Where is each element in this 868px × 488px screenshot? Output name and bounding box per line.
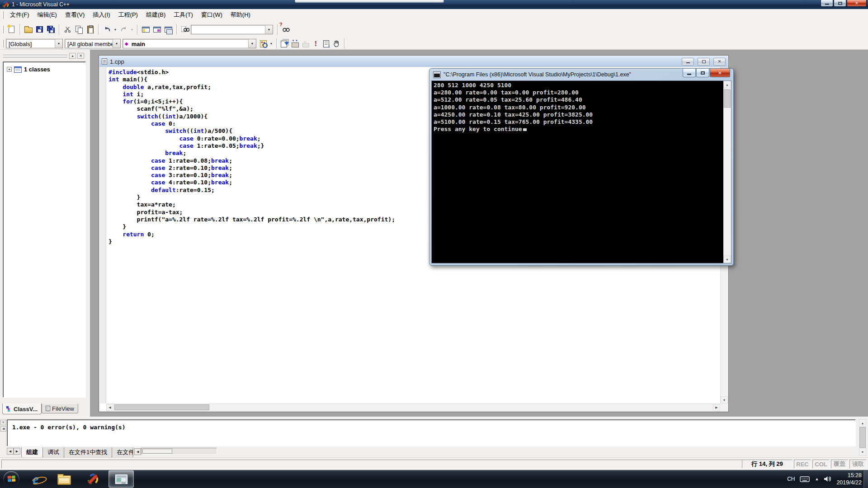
editor-horizontal-scrollbar[interactable]: ◀ ▶: [106, 404, 720, 411]
editor-title-bar[interactable]: 1.cpp ✕: [99, 56, 728, 67]
menu-item[interactable]: 插入(I): [89, 9, 114, 21]
editor-minimize-button[interactable]: [682, 58, 694, 66]
scroll-down-button[interactable]: ▼: [721, 396, 728, 404]
function-combo-value[interactable]: main: [129, 39, 248, 48]
minimize-button[interactable]: [821, 0, 833, 7]
open-button[interactable]: [23, 23, 34, 35]
menu-item[interactable]: 窗口(W): [197, 9, 226, 21]
find-combo-dropdown[interactable]: ▼: [265, 25, 273, 34]
wizard-dropdown[interactable]: ▼: [269, 39, 274, 49]
output-dock-button[interactable]: ◀: [0, 426, 6, 432]
console-maximize-button[interactable]: [696, 69, 709, 77]
copy-button[interactable]: [73, 23, 85, 35]
toolbar-grip[interactable]: [2, 40, 4, 47]
undo-dropdown[interactable]: ▼: [113, 24, 118, 34]
output-vertical-scrollbar[interactable]: ▲ ▼: [859, 419, 866, 455]
tab-classview[interactable]: ClassV...: [2, 404, 42, 414]
scrollbar-track[interactable]: [141, 448, 217, 455]
scrollbar-thumb[interactable]: [142, 449, 172, 454]
output-close-button[interactable]: ✕: [0, 420, 6, 425]
menu-item[interactable]: 工具(T): [170, 9, 197, 21]
show-desktop-button[interactable]: [863, 470, 868, 488]
wizard-action-button[interactable]: [258, 39, 269, 49]
scope-combo-dropdown[interactable]: ▼: [55, 39, 62, 48]
menu-item[interactable]: 查看(V): [61, 9, 89, 21]
paste-button[interactable]: [85, 23, 96, 35]
members-combo-value[interactable]: [All global members]: [65, 39, 113, 48]
scroll-left-button[interactable]: ◀: [134, 448, 141, 455]
window-list-button[interactable]: [163, 23, 174, 35]
cut-button[interactable]: [62, 23, 73, 35]
tab-fileview[interactable]: FileView: [42, 404, 78, 413]
scrollbar-thumb[interactable]: [724, 89, 731, 108]
function-combo[interactable]: ◆ main ▼: [123, 39, 256, 48]
output-tab-1[interactable]: 组建: [21, 447, 43, 458]
tabs-scroll-right-button[interactable]: ▶: [14, 448, 20, 455]
output-pane-toggle[interactable]: [151, 23, 163, 35]
selection-margin[interactable]: [100, 67, 106, 404]
find-in-files-button[interactable]: [179, 23, 191, 35]
editor-close-button[interactable]: ✕: [713, 58, 726, 66]
scrollbar-thumb[interactable]: [114, 404, 209, 410]
execute-button[interactable]: !: [311, 39, 321, 49]
output-horizontal-scrollbar[interactable]: ◀: [134, 448, 217, 455]
menu-item[interactable]: 工程(P): [114, 9, 142, 21]
console-title-bar[interactable]: "C:\Program Files (x86)\Microsoft Visual…: [429, 69, 733, 80]
scroll-left-button[interactable]: ◀: [106, 404, 113, 411]
undo-button[interactable]: [101, 23, 113, 35]
toolbar-grip[interactable]: [2, 11, 4, 19]
scroll-down-button[interactable]: ▼: [723, 256, 731, 263]
console-close-button[interactable]: ✕: [710, 69, 730, 77]
keyboard-icon[interactable]: [800, 476, 810, 482]
scroll-down-button[interactable]: ▼: [859, 448, 866, 455]
tray-expand-icon[interactable]: ▲: [815, 477, 819, 481]
redo-dropdown[interactable]: ▼: [129, 24, 135, 34]
taskbar-item-visual-cpp[interactable]: [80, 470, 105, 488]
scroll-up-button[interactable]: ▲: [723, 81, 731, 88]
clock[interactable]: 15:28 2019/4/22: [836, 472, 862, 487]
console-screen[interactable]: 280 512 1000 4250 5100a=280.00 rate=0.00…: [431, 80, 731, 263]
new-file-button[interactable]: [6, 23, 17, 35]
maximize-button[interactable]: [834, 0, 846, 7]
redo-button[interactable]: [118, 23, 129, 35]
pane-pin-button[interactable]: ▴: [69, 53, 76, 59]
close-button[interactable]: ✕: [847, 0, 867, 7]
console-window[interactable]: "C:\Program Files (x86)\Microsoft Visual…: [429, 68, 734, 266]
output-tab-3[interactable]: 在文件1中查找: [64, 447, 112, 458]
menu-item[interactable]: 组建(B): [142, 9, 170, 21]
scope-combo[interactable]: [Globals] ▼: [6, 39, 63, 48]
classview-tree[interactable]: + 1 classes: [3, 61, 86, 398]
members-combo-dropdown[interactable]: ▼: [113, 39, 120, 48]
pane-gripper[interactable]: [3, 56, 67, 57]
menu-item[interactable]: 帮助(H): [226, 9, 255, 21]
tree-item-classes[interactable]: + 1 classes: [3, 62, 85, 73]
console-scrollbar[interactable]: ▲ ▼: [723, 81, 731, 263]
search-help-button[interactable]: ?: [280, 23, 292, 35]
pane-close-button[interactable]: ✕: [77, 53, 84, 59]
console-minimize-button[interactable]: [683, 69, 696, 77]
compile-button[interactable]: [279, 39, 290, 49]
start-button[interactable]: [3, 470, 20, 488]
scroll-right-button[interactable]: ▶: [713, 404, 720, 411]
pane-gripper[interactable]: [3, 54, 67, 55]
breakpoint-button[interactable]: [331, 39, 342, 49]
code-text[interactable]: #include<stdio.h>int main(){ double a,ra…: [108, 69, 395, 245]
tabs-scroll-left-button[interactable]: ◀: [7, 448, 14, 455]
scrollbar-thumb[interactable]: [859, 427, 866, 448]
find-combo-value[interactable]: [191, 25, 265, 34]
menu-item[interactable]: 编辑(E): [33, 9, 61, 21]
find-combo[interactable]: ▼: [191, 25, 273, 34]
scroll-up-button[interactable]: ▲: [859, 419, 866, 427]
workspace-pane-toggle[interactable]: [140, 23, 151, 35]
stop-build-button[interactable]: [300, 39, 311, 49]
build-button[interactable]: [290, 39, 300, 49]
scope-combo-value[interactable]: [Globals]: [6, 39, 55, 48]
taskbar-item-console[interactable]: [108, 470, 134, 488]
taskbar-item-ie[interactable]: e: [23, 470, 48, 488]
members-combo[interactable]: [All global members] ▼: [65, 39, 121, 48]
output-tab-2[interactable]: 调试: [42, 447, 64, 458]
go-button[interactable]: [321, 39, 331, 49]
output-tab-4[interactable]: 在文件: [112, 447, 133, 458]
taskbar-item-explorer[interactable]: [52, 470, 77, 488]
menu-item[interactable]: 文件(F): [6, 9, 33, 21]
